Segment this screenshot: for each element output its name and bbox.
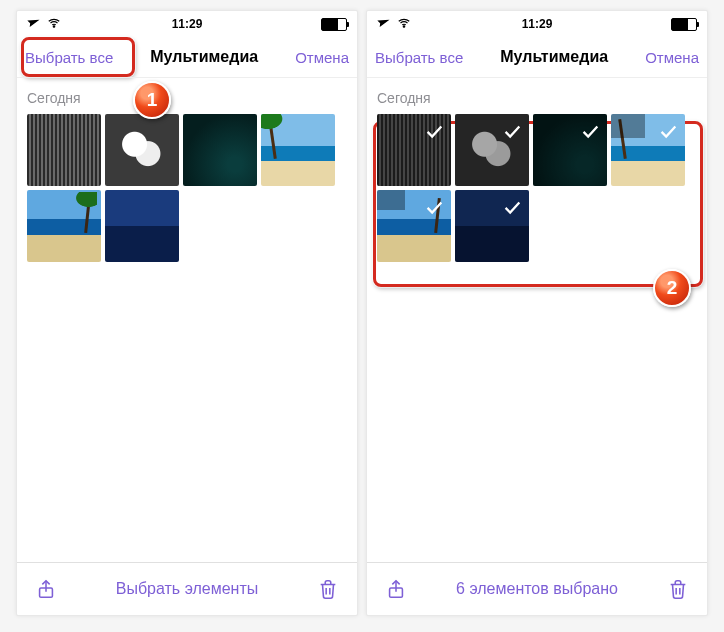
status-bar: 11:29 bbox=[367, 11, 707, 37]
cancel-button[interactable]: Отмена bbox=[645, 49, 699, 66]
share-icon[interactable] bbox=[35, 578, 57, 600]
select-all-button[interactable]: Выбрать все bbox=[25, 49, 113, 66]
media-thumb[interactable] bbox=[533, 114, 607, 186]
media-grid bbox=[17, 112, 357, 264]
toolbar-label: 6 элементов выбрано bbox=[456, 580, 618, 598]
badge-2: 2 bbox=[653, 269, 691, 307]
section-header-today: Сегодня bbox=[367, 78, 707, 112]
checkmark-icon bbox=[423, 120, 445, 142]
share-icon[interactable] bbox=[385, 578, 407, 600]
toolbar-label[interactable]: Выбрать элементы bbox=[116, 580, 259, 598]
media-thumb[interactable] bbox=[261, 114, 335, 186]
bottom-toolbar: Выбрать элементы bbox=[17, 562, 357, 615]
status-time: 11:29 bbox=[367, 17, 707, 31]
checkmark-icon bbox=[423, 196, 445, 218]
select-all-button[interactable]: Выбрать все bbox=[375, 49, 463, 66]
battery-icon bbox=[321, 18, 347, 31]
bottom-toolbar: 6 элементов выбрано bbox=[367, 562, 707, 615]
cancel-button[interactable]: Отмена bbox=[295, 49, 349, 66]
status-bar: 11:29 bbox=[17, 11, 357, 37]
nav-bar: Выбрать все Мультимедиа Отмена bbox=[17, 37, 357, 78]
section-header-today: Сегодня bbox=[17, 78, 357, 112]
media-thumb[interactable] bbox=[183, 114, 257, 186]
trash-icon[interactable] bbox=[667, 578, 689, 600]
media-thumb[interactable] bbox=[377, 190, 451, 262]
page-title: Мультимедиа bbox=[500, 48, 608, 66]
status-time: 11:29 bbox=[17, 17, 357, 31]
phone-screen-left: 1 11:29 Выбрать все Мультимедиа Отмена С… bbox=[16, 10, 358, 616]
checkmark-icon bbox=[657, 120, 679, 142]
checkmark-icon bbox=[579, 120, 601, 142]
media-grid bbox=[367, 112, 707, 264]
checkmark-icon bbox=[501, 196, 523, 218]
media-thumb[interactable] bbox=[455, 114, 529, 186]
media-thumb[interactable] bbox=[377, 114, 451, 186]
media-thumb[interactable] bbox=[455, 190, 529, 262]
media-thumb[interactable] bbox=[611, 114, 685, 186]
media-thumb[interactable] bbox=[105, 190, 179, 262]
media-thumb[interactable] bbox=[27, 190, 101, 262]
battery-icon bbox=[671, 18, 697, 31]
media-thumb[interactable] bbox=[27, 114, 101, 186]
nav-bar: Выбрать все Мультимедиа Отмена bbox=[367, 37, 707, 78]
media-thumb[interactable] bbox=[105, 114, 179, 186]
checkmark-icon bbox=[501, 120, 523, 142]
trash-icon[interactable] bbox=[317, 578, 339, 600]
page-title: Мультимедиа bbox=[150, 48, 258, 66]
phone-screen-right: 2 11:29 Выбрать все Мультимедиа Отмена С… bbox=[366, 10, 708, 616]
